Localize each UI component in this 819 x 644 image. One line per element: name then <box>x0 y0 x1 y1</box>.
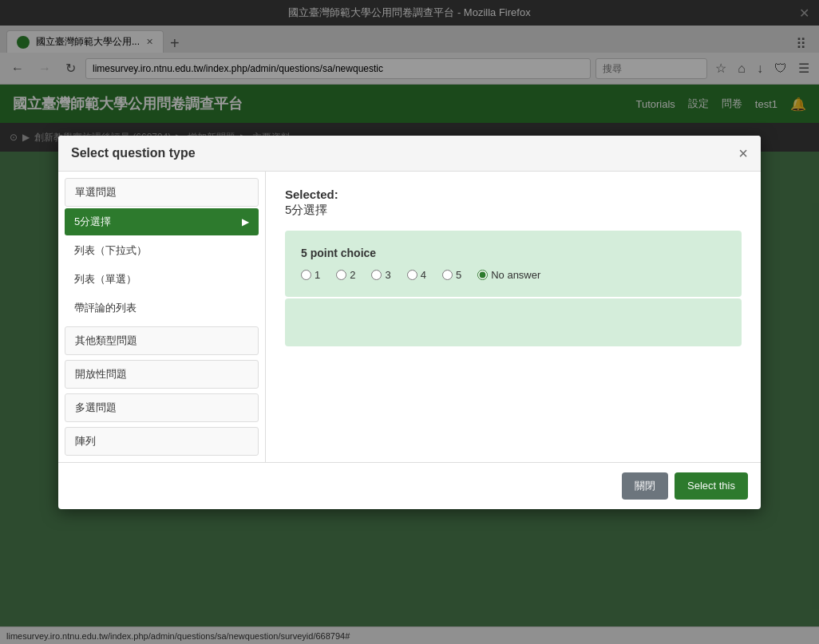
selected-label: Selected: <box>285 188 742 201</box>
radio-option-1[interactable]: 1 <box>301 269 320 281</box>
radio-option-3[interactable]: 3 <box>371 269 390 281</box>
question-type-dropdown[interactable]: 列表（下拉式） <box>65 237 259 264</box>
radio-label-4: 4 <box>421 269 426 281</box>
preview-question-label: 5 point choice <box>301 247 726 259</box>
select-question-type-modal: Select question type × 單選問題 5分選擇 ▶ 列表（下拉… <box>58 136 761 509</box>
radio-option-4[interactable]: 4 <box>407 269 426 281</box>
radio-label-2: 2 <box>350 269 355 281</box>
question-type-array[interactable]: 陣列 <box>65 427 259 456</box>
radio-input-5[interactable] <box>442 270 453 280</box>
radio-option-no-answer[interactable]: No answer <box>477 269 540 281</box>
modal-footer: 關閉 Select this <box>58 462 761 509</box>
arrow-icon: ▶ <box>242 216 249 227</box>
radio-label-5: 5 <box>456 269 461 281</box>
preview-top-area: 5 point choice 1 2 3 <box>285 231 742 297</box>
close-modal-button[interactable]: 關閉 <box>622 472 668 500</box>
radio-label-3: 3 <box>385 269 390 281</box>
question-type-other[interactable]: 其他類型問題 <box>65 326 259 355</box>
modal-body: 單選問題 5分選擇 ▶ 列表（下拉式） 列表（單選） 帶評論的列表 其他類型問題… <box>58 172 761 462</box>
modal-overlay: Select question type × 單選問題 5分選擇 ▶ 列表（下拉… <box>0 0 819 644</box>
radio-label-no-answer: No answer <box>491 269 540 281</box>
modal-header: Select question type × <box>58 136 761 172</box>
select-this-button[interactable]: Select this <box>675 472 748 500</box>
radio-input-2[interactable] <box>336 270 346 280</box>
preview-bottom-area <box>285 298 742 346</box>
question-type-single-list[interactable]: 列表（單選） <box>65 266 259 293</box>
radio-option-5[interactable]: 5 <box>442 269 461 281</box>
modal-close-button[interactable]: × <box>738 145 748 161</box>
radio-input-1[interactable] <box>301 270 311 280</box>
radio-options-row: 1 2 3 4 <box>301 269 726 281</box>
question-type-list: 單選問題 5分選擇 ▶ 列表（下拉式） 列表（單選） 帶評論的列表 其他類型問題… <box>58 172 266 462</box>
question-type-comment-list[interactable]: 帶評論的列表 <box>65 294 259 322</box>
radio-label-1: 1 <box>315 269 320 281</box>
radio-input-no-answer[interactable] <box>477 270 488 280</box>
preview-pane: Selected: 5分選擇 5 point choice 1 2 <box>266 172 761 462</box>
question-type-multiple-choice[interactable]: 多選問題 <box>65 393 259 422</box>
radio-option-2[interactable]: 2 <box>336 269 355 281</box>
radio-input-3[interactable] <box>371 270 382 280</box>
question-type-five-point[interactable]: 5分選擇 ▶ <box>65 208 259 235</box>
radio-input-4[interactable] <box>407 270 417 280</box>
question-type-open-ended[interactable]: 開放性問題 <box>65 360 259 389</box>
question-type-single-choice[interactable]: 單選問題 <box>65 178 259 207</box>
modal-title: Select question type <box>71 146 196 160</box>
selected-value: 5分選擇 <box>285 203 742 218</box>
